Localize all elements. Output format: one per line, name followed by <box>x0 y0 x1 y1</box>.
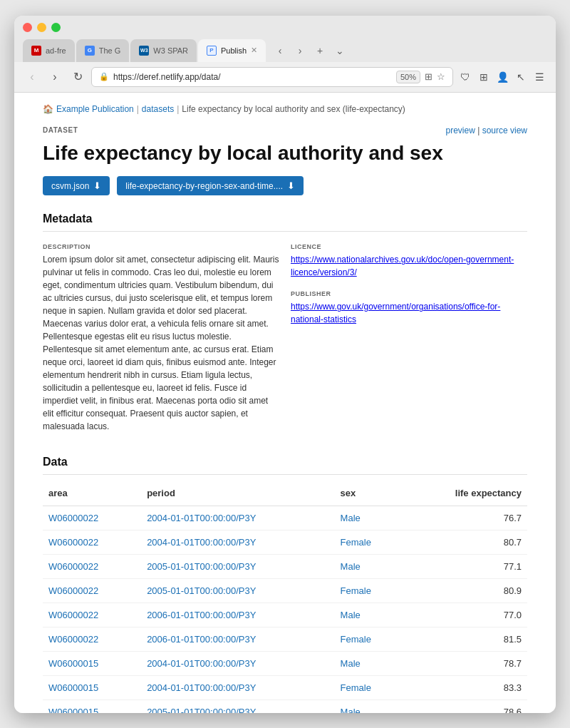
tab-favicon-3: W3 <box>139 46 149 56</box>
metadata-section-title: Metadata <box>43 212 527 232</box>
area-link[interactable]: W06000015 <box>48 707 98 712</box>
minimize-button[interactable] <box>37 23 46 32</box>
sex-link[interactable]: Male <box>341 658 361 669</box>
area-link[interactable]: W06000022 <box>48 537 98 548</box>
address-bar[interactable]: 🔒 https://deref.netlify.app/data/ 50% ⊞ … <box>91 67 453 87</box>
cell-area: W06000022 <box>43 530 141 555</box>
maximize-button[interactable] <box>51 23 61 32</box>
cell-area: W06000022 <box>43 627 141 652</box>
preview-link[interactable]: preview <box>445 125 475 135</box>
period-link[interactable]: 2005-01-01T00:00:00/P3Y <box>147 585 256 596</box>
area-link[interactable]: W06000022 <box>48 561 98 572</box>
area-link[interactable]: W06000022 <box>48 610 98 620</box>
tab-ad-free[interactable]: M ad-fre <box>23 39 75 62</box>
next-tab-button[interactable]: › <box>291 42 309 59</box>
menu-icon[interactable]: ☰ <box>532 69 547 85</box>
prev-tab-button[interactable]: ‹ <box>271 42 289 59</box>
period-link[interactable]: 2004-01-01T00:00:00/P3Y <box>147 658 256 669</box>
tab-publish[interactable]: P Publish ✕ <box>198 39 266 62</box>
cell-sex: Male <box>335 652 403 676</box>
period-link[interactable]: 2006-01-01T00:00:00/P3Y <box>147 634 256 645</box>
profile-icon[interactable]: 👤 <box>494 69 510 85</box>
licence-value: https://www.nationalarchives.gov.uk/doc/… <box>291 253 527 279</box>
data-table: area period sex life expectancy W0600002… <box>43 481 527 712</box>
zoom-level: 50% <box>396 71 420 83</box>
cell-period: 2004-01-01T00:00:00/P3Y <box>141 676 334 700</box>
tab-w3[interactable]: W3 W3 SPAR <box>130 39 197 62</box>
cell-sex: Male <box>335 603 403 627</box>
forward-button[interactable]: › <box>46 68 64 86</box>
cursor-icon[interactable]: ↖ <box>513 69 529 85</box>
cell-life-expectancy: 77.1 <box>403 555 527 579</box>
cell-sex: Male <box>335 555 403 579</box>
period-link[interactable]: 2004-01-01T00:00:00/P3Y <box>147 682 256 693</box>
breadcrumb-sep-2: | <box>177 104 179 114</box>
sex-link[interactable]: Female <box>341 682 371 693</box>
source-view-link[interactable]: source view <box>482 125 527 135</box>
period-link[interactable]: 2005-01-01T00:00:00/P3Y <box>147 707 256 712</box>
nav-bar: ‹ › ↻ 🔒 https://deref.netlify.app/data/ … <box>14 62 556 93</box>
breadcrumb-datasets-link[interactable]: datasets <box>142 104 174 114</box>
table-row: W060000222004-01-01T00:00:00/P3YFemale80… <box>43 530 527 555</box>
breadcrumb-sep-1: | <box>137 104 139 114</box>
nav-icons: 🛡 ⊞ 👤 ↖ ☰ <box>457 69 547 85</box>
sex-link[interactable]: Male <box>341 513 361 523</box>
tab-favicon-4: P <box>207 46 217 56</box>
period-link[interactable]: 2005-01-01T00:00:00/P3Y <box>147 561 256 572</box>
area-link[interactable]: W06000022 <box>48 513 98 523</box>
cell-period: 2006-01-01T00:00:00/P3Y <box>141 603 334 627</box>
sex-link[interactable]: Female <box>341 634 371 645</box>
cell-life-expectancy: 77.0 <box>403 603 527 627</box>
grid-icon: ⊞ <box>425 71 432 82</box>
area-link[interactable]: W06000022 <box>48 634 98 645</box>
close-button[interactable] <box>23 23 32 32</box>
publisher-block: PUBLISHER https://www.gov.uk/government/… <box>291 290 527 326</box>
sex-link[interactable]: Male <box>341 707 361 712</box>
cell-life-expectancy: 78.6 <box>403 700 527 713</box>
back-button[interactable]: ‹ <box>23 68 41 86</box>
publisher-link[interactable]: https://www.gov.uk/government/organisati… <box>291 302 500 324</box>
extensions-icon[interactable]: ⊞ <box>476 69 492 85</box>
tab-label-2: The G <box>99 46 121 55</box>
publisher-value: https://www.gov.uk/government/organisati… <box>291 300 527 326</box>
description-label: DESCRIPTION <box>43 243 279 250</box>
page-title: Life expectancy by local authority and s… <box>43 141 527 165</box>
cell-life-expectancy: 76.7 <box>403 506 527 530</box>
licence-publisher-block: LICENCE https://www.nationalarchives.gov… <box>291 243 527 433</box>
sex-link[interactable]: Female <box>341 585 371 596</box>
table-row: W060000152005-01-01T00:00:00/P3YMale78.6 <box>43 700 527 713</box>
cell-life-expectancy: 78.7 <box>403 652 527 676</box>
tab-close-icon[interactable]: ✕ <box>251 46 257 55</box>
cell-sex: Male <box>335 506 403 530</box>
download-csv-button[interactable]: life-expectancy-by-region-sex-and-time..… <box>117 176 304 195</box>
download-csvm-button[interactable]: csvm.json ⬇ <box>43 176 110 195</box>
tab-menu-button[interactable]: ⌄ <box>331 42 348 59</box>
tab-google[interactable]: G The G <box>76 39 130 62</box>
publisher-label: PUBLISHER <box>291 290 527 297</box>
data-section: Data area period sex life expectancy W06… <box>43 456 527 712</box>
star-icon[interactable]: ☆ <box>437 71 445 82</box>
refresh-button[interactable]: ↻ <box>68 68 87 86</box>
tab-actions: ‹ › + ⌄ <box>271 42 348 62</box>
table-header-row: area period sex life expectancy <box>43 481 527 506</box>
col-header-sex: sex <box>335 481 403 506</box>
cell-life-expectancy: 83.3 <box>403 676 527 700</box>
col-header-area: area <box>43 481 141 506</box>
licence-link[interactable]: https://www.nationalarchives.gov.uk/doc/… <box>291 255 514 277</box>
sex-link[interactable]: Female <box>341 537 371 548</box>
cell-period: 2005-01-01T00:00:00/P3Y <box>141 579 334 603</box>
area-link[interactable]: W06000015 <box>48 658 98 669</box>
area-link[interactable]: W06000022 <box>48 585 98 596</box>
home-icon: 🏠 <box>43 104 53 114</box>
download-buttons: csvm.json ⬇ life-expectancy-by-region-se… <box>43 176 527 195</box>
download-csvm-label: csvm.json <box>51 181 89 191</box>
period-link[interactable]: 2004-01-01T00:00:00/P3Y <box>147 537 256 548</box>
area-link[interactable]: W06000015 <box>48 682 98 693</box>
sex-link[interactable]: Male <box>341 610 361 620</box>
sex-link[interactable]: Male <box>341 561 361 572</box>
period-link[interactable]: 2004-01-01T00:00:00/P3Y <box>147 513 256 523</box>
breadcrumb-home-link[interactable]: Example Publication <box>56 104 134 114</box>
licence-block: LICENCE https://www.nationalarchives.gov… <box>291 243 527 279</box>
new-tab-button[interactable]: + <box>311 42 328 59</box>
period-link[interactable]: 2006-01-01T00:00:00/P3Y <box>147 610 256 620</box>
